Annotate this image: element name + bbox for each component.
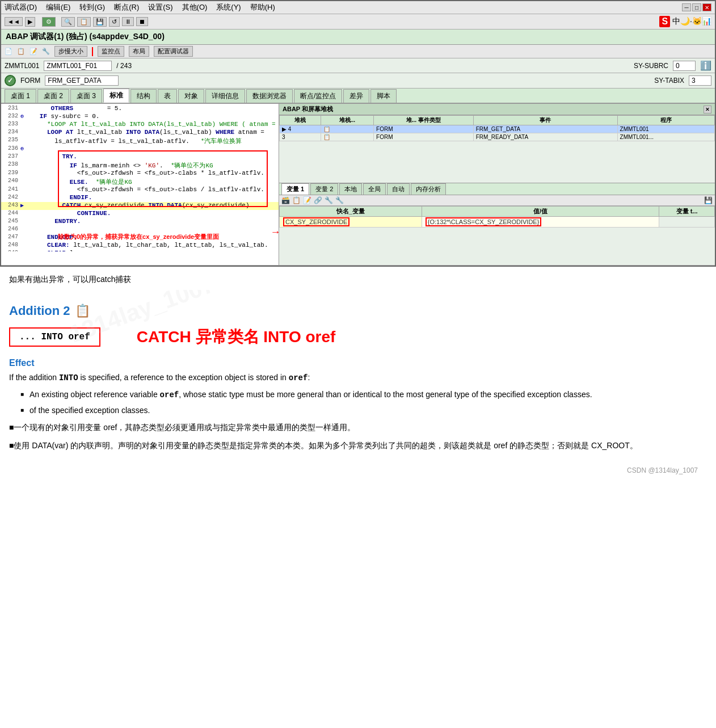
layout-btn[interactable]: 布局 (129, 46, 149, 57)
monitor-btn[interactable]: 监控点 (98, 46, 124, 57)
addition-label: Addition 2 (9, 304, 70, 318)
code-panel: 231 OTHERS = 5. 232⊕ IF sy-subrc = 0. 23… (1, 104, 279, 265)
menu-item-other[interactable]: 其他(O) (182, 2, 208, 12)
config-btn[interactable]: 配置调试器 (154, 46, 193, 57)
tab-structure[interactable]: 结构 (130, 89, 157, 103)
icon-btn5[interactable]: ⏸ (122, 17, 134, 26)
program-input[interactable] (44, 61, 112, 71)
effect-header: Effect (9, 358, 707, 368)
table-row[interactable]: CX_SY_ZERODIVIDE {O:132*\CLASS=CX_SY_ZER… (280, 217, 715, 228)
tab-desktop2[interactable]: 桌面 2 (37, 89, 69, 103)
field1-label: ZMMTL001 (5, 62, 39, 70)
icon-btn1[interactable]: 🔍 (61, 17, 75, 27)
stack-table: 堆栈 堆栈... 堆... 事件类型 事件 程序 ▶ 4 📋 FORM FRM (279, 115, 715, 141)
table-row[interactable]: ▶ 4 📋 FORM FRM_GET_DATA ZMMTL001 (280, 125, 715, 133)
vars-icon5[interactable]: 🔧 (325, 196, 333, 204)
tab-auto[interactable]: 自动 (387, 183, 410, 195)
vars-icon6[interactable]: 🔧 (335, 196, 344, 204)
main-content: 231 OTHERS = 5. 232⊕ IF sy-subrc = 0. 23… (1, 104, 715, 266)
var-value-highlighted: {O:132*\CLASS=CX_SY_ZERODIVIDE} (426, 217, 542, 226)
tab-desktop3[interactable]: 桌面 3 (70, 89, 102, 103)
tab-diff[interactable]: 差异 (343, 89, 369, 103)
effect-text: If the addition INTO is specified, a ref… (9, 372, 707, 384)
close-btn[interactable]: ✕ (702, 3, 711, 11)
minimize-btn[interactable]: ─ (682, 3, 691, 11)
run-btn[interactable]: ⚙ (42, 17, 56, 27)
icon-btn6[interactable]: ⏹ (136, 17, 148, 26)
bullet-list: An existing object reference variable or… (20, 389, 707, 416)
sy-tabix-input[interactable] (689, 75, 711, 86)
vars-icon7[interactable]: 💾 (704, 196, 713, 204)
menu-item-debug[interactable]: 调试器(D) (5, 2, 37, 12)
info-icon[interactable]: ℹ️ (700, 60, 711, 71)
menu-item-edit[interactable]: 编辑(E) (46, 2, 70, 12)
tab-var2[interactable]: 变量 2 (310, 183, 338, 195)
vars-panel: 变量 1 变量 2 本地 全局 自动 内存分析 🗃️ 📋 📝 🔗 🔧 🔧 💾 (279, 183, 715, 265)
tab-breakpoint[interactable]: 断点/监控点 (294, 89, 342, 103)
tab-standard[interactable]: 标准 (103, 89, 129, 103)
step-btn[interactable]: ▶ (25, 17, 35, 27)
icon-btn4[interactable]: ↺ (109, 17, 120, 27)
table-row[interactable]: 3 📋 FORM FRM_READY_DATA ZMMTL001... (280, 133, 715, 141)
menu-item-help[interactable]: 帮助(H) (250, 2, 275, 12)
back-btn[interactable]: ◄◄ (5, 17, 23, 26)
menu-item-breakpoint[interactable]: 断点(R) (114, 2, 139, 12)
menu-item-system[interactable]: 系统(Y) (216, 2, 241, 12)
code-line-249: 249 CLEAR ls_marm. (1, 250, 279, 251)
stack-program: ZMMTL001 (617, 125, 714, 133)
form-input[interactable] (45, 75, 119, 86)
code-line-235: 235 ls_atflv-atflv = ls_t_val_tab-atflv.… (1, 137, 279, 145)
var-value: {O:132*\CLASS=CX_SY_ZERODIVIDE} (422, 217, 659, 228)
stack-header: ABAP 和屏幕堆栈 ✕ (279, 104, 715, 115)
vars-icon1[interactable]: 🗃️ (281, 196, 290, 204)
cn-text-1: ■一个现有的对象引用变量 oref，其静态类型必须更通用或与指定异常类中最通用的… (9, 421, 707, 435)
tab-memory[interactable]: 内存分析 (411, 183, 446, 195)
stack-close-btn[interactable]: ✕ (704, 106, 711, 113)
sap-logo: S (659, 16, 670, 27)
list-item: of the specified exception classes. (20, 405, 707, 416)
tab-object[interactable]: 对象 (178, 89, 204, 103)
tab-global[interactable]: 全局 (363, 183, 386, 195)
icon-btn2[interactable]: 📋 (77, 17, 91, 27)
stack-panel: ABAP 和屏幕堆栈 ✕ 堆栈 堆栈... 堆... 事件类型 事件 程序 (279, 104, 715, 183)
menu-item-goto[interactable]: 转到(G) (79, 2, 105, 12)
tab-table[interactable]: 表 (158, 89, 177, 103)
vars-toolbar: 🗃️ 📋 📝 🔗 🔧 🔧 💾 (279, 195, 715, 206)
sy-tabix-label: SY-TABIX (654, 77, 684, 85)
col-varname: 快名_变量 (280, 207, 422, 217)
vars-icon2[interactable]: 📋 (292, 196, 301, 204)
footer-credit: CSDN @1314lay_1007 (9, 462, 707, 479)
main-toolbar: ◄◄ ▶ ⚙ 🔍 📋 💾 ↺ ⏸ ⏹ S 中🌙·🐱📊 (1, 14, 715, 30)
right-panel: ABAP 和屏幕堆栈 ✕ 堆栈 堆栈... 堆... 事件类型 事件 程序 (279, 104, 715, 265)
stack-icon2: 📋 (321, 133, 373, 141)
vars-icon3[interactable]: 📝 (303, 196, 311, 204)
menu-item-settings[interactable]: 设置(S) (148, 2, 172, 12)
tab-script[interactable]: 脚本 (370, 89, 397, 103)
stack-icon: 📋 (321, 125, 373, 133)
maximize-btn[interactable]: □ (692, 3, 701, 11)
tab-desktop1[interactable]: 桌面 1 (5, 89, 36, 103)
var-name: CX_SY_ZERODIVIDE (280, 217, 422, 228)
tab-data-browser[interactable]: 数据浏览器 (246, 89, 293, 103)
tabs-row: 桌面 1 桌面 2 桌面 3 标准 结构 表 对象 详细信息 数据浏览器 断点/… (1, 89, 715, 104)
sy-subrc-input[interactable] (673, 61, 696, 71)
tab-detail[interactable]: 详细信息 (205, 89, 245, 103)
form-fields: ZMMTL001 / 243 SY-SUBRC ℹ️ (1, 58, 715, 73)
window-title: ABAP 调试器(1) (独占) (s4appdev_S4D_00) (6, 32, 165, 42)
code-line-241: 241 <fs_out>-zfdwsh = <fs_out>-clabs / l… (1, 186, 279, 194)
vars-icon4[interactable]: 🔗 (314, 196, 322, 204)
list-item: An existing object reference variable or… (20, 389, 707, 401)
col-event: 事件 (473, 116, 617, 125)
line-number: / 243 (116, 62, 132, 70)
col-stack1: 堆栈 (280, 116, 321, 125)
stack-title: ABAP 和屏幕堆栈 (283, 105, 333, 113)
status-indicator: ✓ (5, 75, 16, 86)
code-line-231: 231 OTHERS = 5. (1, 105, 279, 113)
tab-var1[interactable]: 变量 1 (281, 183, 309, 195)
step-size-btn[interactable]: 步慢大小 (54, 46, 87, 57)
text-content: 如果有抛出异常，可以用catch捕获 1314lay_1007 Addition… (0, 267, 716, 486)
addition-icon: 📋 (75, 304, 90, 318)
icon-btn3[interactable]: 💾 (93, 17, 107, 27)
code-line-238: 238 IF ls_marm-meinh <> 'KG'. *辆单位不为KG (1, 161, 279, 170)
tab-local[interactable]: 本地 (339, 183, 362, 195)
